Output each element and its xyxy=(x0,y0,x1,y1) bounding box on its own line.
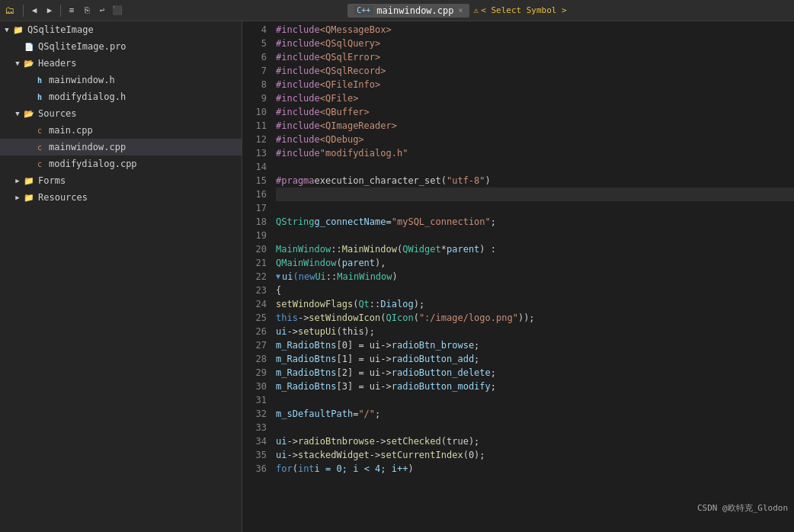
code-line-32: m_sDefaultPath = "/"; xyxy=(276,407,794,421)
code-line-15: #pragma execution_character_set("utf-8") xyxy=(276,174,794,187)
nav-fwd-button[interactable]: ▶ xyxy=(43,5,56,17)
code-line-33 xyxy=(276,421,794,434)
line-number-31: 31 xyxy=(242,393,267,407)
tree-label-root: QSqliteImage xyxy=(27,24,94,35)
sidebar-item-forms[interactable]: ▶📁Forms xyxy=(0,172,242,189)
line-number-16: 16 xyxy=(242,187,267,201)
editor-area: 4567891011121314151617181920212223242526… xyxy=(242,21,794,532)
line-number-23: 23 xyxy=(242,284,267,297)
code-line-17 xyxy=(276,201,794,215)
line-number-18: 18 xyxy=(242,215,267,229)
sidebar-item-headers[interactable]: ▼📂Headers xyxy=(0,55,242,72)
forms-folder-icon: 📁 xyxy=(23,175,35,187)
active-tab[interactable]: C++ mainwindow.cpp × xyxy=(347,4,469,18)
sidebar-item-pro-file[interactable]: 📄QSqliteImage.pro xyxy=(0,38,242,55)
line-number-20: 20 xyxy=(242,242,267,256)
toolbar-left: 🗂 ◀ ▶ ≡ ⎘ ↩ ⬛ xyxy=(3,5,123,17)
line-number-8: 8 xyxy=(242,78,267,91)
code-line-26: ui->setupUi(this); xyxy=(276,325,794,338)
line-number-35: 35 xyxy=(242,448,267,462)
toolbar-separator-2 xyxy=(60,5,61,17)
source-file-icon: c xyxy=(34,124,46,136)
top-toolbar: 🗂 ◀ ▶ ≡ ⎘ ↩ ⬛ C++ mainwindow.cpp × ⚠ < S… xyxy=(0,0,794,21)
line-number-24: 24 xyxy=(242,297,267,311)
sidebar-item-resources[interactable]: ▶📁Resources xyxy=(0,189,242,206)
line-number-33: 33 xyxy=(242,421,267,434)
project-icon: 📁 xyxy=(12,24,24,36)
header-file-icon: h xyxy=(34,91,46,103)
line-number-22: 22 xyxy=(242,270,267,284)
code-line-12: #include <QDebug> xyxy=(276,133,794,146)
line-number-32: 32 xyxy=(242,407,267,421)
code-line-23: { xyxy=(276,284,794,297)
tree-label-pro-file: QSqliteImage.pro xyxy=(38,41,126,52)
toolbar-icon-4[interactable]: ⬛ xyxy=(111,5,123,17)
sidebar-item-main-cpp[interactable]: cmain.cpp xyxy=(0,122,242,139)
tree-arrow-headers: ▼ xyxy=(12,59,23,67)
code-line-13: #include "modifydialog.h" xyxy=(276,146,794,160)
code-line-35: ui->stackedWidget->setCurrentIndex(0); xyxy=(276,448,794,462)
header-folder-icon: 📂 xyxy=(23,57,35,69)
fold-arrow-22: ▼ xyxy=(276,270,280,284)
tree-label-mainwindow-h: mainwindow.h xyxy=(49,75,115,85)
tab-close-button[interactable]: × xyxy=(458,6,463,14)
code-line-10: #include <QBuffer> xyxy=(276,105,794,119)
toolbar-icon-1[interactable]: ≡ xyxy=(66,5,78,17)
line-number-27: 27 xyxy=(242,338,267,352)
tree-label-headers: Headers xyxy=(38,58,77,69)
code-line-4: #include <QMessageBox> xyxy=(276,23,794,37)
line-number-19: 19 xyxy=(242,229,267,242)
sidebar: ▼📁QSqliteImage📄QSqliteImage.pro▼📂Headers… xyxy=(0,21,242,532)
code-line-19 xyxy=(276,229,794,242)
watermark: CSDN @欧特克_Glodon xyxy=(697,502,788,514)
tree-label-main-cpp: main.cpp xyxy=(49,125,93,136)
line-number-11: 11 xyxy=(242,119,267,133)
code-line-28: m_RadioBtns[1] = ui->radioButton_add; xyxy=(276,352,794,366)
sidebar-item-sources[interactable]: ▼📂Sources xyxy=(0,105,242,122)
project-icon: 🗂 xyxy=(3,5,15,17)
sidebar-item-modifydialog-cpp[interactable]: cmodifydialog.cpp xyxy=(0,155,242,172)
line-number-36: 36 xyxy=(242,462,267,476)
sidebar-item-root[interactable]: ▼📁QSqliteImage xyxy=(0,21,242,38)
tree-arrow-resources: ▶ xyxy=(12,194,23,201)
tree-arrow-sources: ▼ xyxy=(12,110,23,117)
toolbar-icon-2[interactable]: ⎘ xyxy=(81,5,93,17)
source-file-icon: c xyxy=(34,141,46,153)
line-number-13: 13 xyxy=(242,146,267,160)
code-line-7: #include <QSqlRecord> xyxy=(276,64,794,78)
code-line-14 xyxy=(276,160,794,174)
line-number-10: 10 xyxy=(242,105,267,119)
line-number-29: 29 xyxy=(242,366,267,380)
line-number-28: 28 xyxy=(242,352,267,366)
code-line-22: ▼ ui(new Ui::MainWindow) xyxy=(276,270,794,284)
sidebar-item-mainwindow-h[interactable]: hmainwindow.h xyxy=(0,72,242,88)
line-number-34: 34 xyxy=(242,434,267,448)
code-line-5: #include <QSqlQuery> xyxy=(276,37,794,50)
code-line-27: m_RadioBtns[0] = ui->radioBtn_browse; xyxy=(276,338,794,352)
line-number-30: 30 xyxy=(242,380,267,393)
sidebar-item-modifydialog-h[interactable]: hmodifydialog.h xyxy=(0,88,242,105)
tree-label-forms: Forms xyxy=(38,175,66,186)
source-file-icon: c xyxy=(34,158,46,170)
nav-back-button[interactable]: ◀ xyxy=(28,5,40,17)
sidebar-item-mainwindow-cpp[interactable]: cmainwindow.cpp xyxy=(0,139,242,155)
code-line-11: #include <QImageReader> xyxy=(276,119,794,133)
line-number-21: 21 xyxy=(242,256,267,270)
toolbar-icon-3[interactable]: ↩ xyxy=(96,5,108,17)
line-number-14: 14 xyxy=(242,160,267,174)
code-line-24: setWindowFlags(Qt::Dialog); xyxy=(276,297,794,311)
warning-icon: ⚠ xyxy=(474,5,479,15)
toolbar-center: C++ mainwindow.cpp × ⚠ < Select Symbol > xyxy=(123,4,791,18)
line-number-9: 9 xyxy=(242,91,267,105)
toolbar-separator-1 xyxy=(23,5,24,17)
line-number-25: 25 xyxy=(242,311,267,325)
line-number-17: 17 xyxy=(242,201,267,215)
line-number-12: 12 xyxy=(242,133,267,146)
code-line-16 xyxy=(276,187,794,201)
tree-label-modifydialog-cpp: modifydialog.cpp xyxy=(49,159,137,169)
tree-label-sources: Sources xyxy=(38,108,77,119)
line-number-5: 5 xyxy=(242,37,267,50)
line-number-26: 26 xyxy=(242,325,267,338)
line-numbers: 4567891011121314151617181920212223242526… xyxy=(242,21,270,532)
code-content[interactable]: 4567891011121314151617181920212223242526… xyxy=(242,21,794,532)
